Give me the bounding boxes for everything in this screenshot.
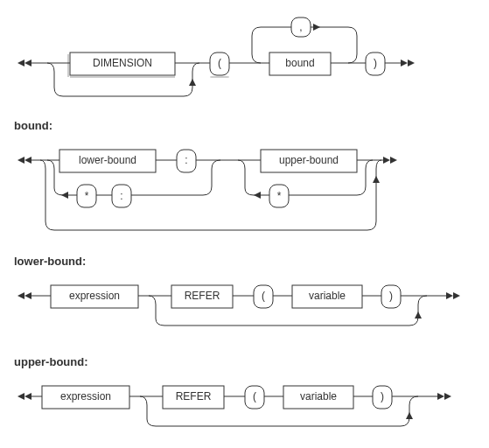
svg-text:variable: variable: [300, 390, 337, 402]
svg-text:*: *: [277, 190, 282, 202]
svg-marker-53: [24, 393, 31, 400]
svg-text:): ): [389, 290, 393, 302]
start-arrow: [17, 60, 24, 66]
svg-text:bound: bound: [285, 57, 314, 69]
svg-marker-49: [446, 292, 453, 299]
comma-label: ,: [299, 21, 302, 33]
svg-marker-18: [24, 157, 31, 164]
svg-marker-50: [453, 292, 460, 299]
svg-marker-28: [390, 157, 397, 164]
bound-heading: bound:: [14, 119, 480, 132]
bound-label: bound: [285, 57, 314, 69]
upper-bound-diagram: expression REFER ( variable ): [9, 372, 480, 442]
svg-text:,: ,: [299, 21, 302, 33]
svg-rect-2: [70, 76, 175, 78]
end-arrow: [401, 60, 408, 66]
svg-text:): ): [381, 390, 384, 402]
svg-text:): ): [374, 57, 377, 69]
svg-marker-67: [406, 412, 413, 419]
svg-rect-6: [210, 76, 229, 78]
svg-rect-1: [67, 54, 69, 77]
open-paren-label: (: [218, 57, 221, 69]
svg-text:lower-bound: lower-bound: [79, 154, 136, 166]
svg-marker-52: [17, 393, 24, 400]
svg-marker-13: [313, 24, 320, 31]
svg-text:REFER: REFER: [185, 290, 220, 302]
upper-bound-heading: upper-bound:: [14, 355, 480, 368]
svg-marker-66: [444, 393, 451, 400]
end-arrow2: [408, 60, 415, 66]
svg-marker-17: [17, 157, 24, 164]
bound-diagram: lower-bound : upper-bound * : *: [9, 136, 480, 241]
svg-marker-32: [61, 192, 68, 199]
svg-text:expression: expression: [69, 290, 120, 302]
svg-text:(: (: [218, 57, 221, 69]
svg-marker-27: [383, 157, 390, 164]
svg-marker-65: [437, 393, 444, 400]
svg-text:upper-bound: upper-bound: [279, 154, 339, 166]
svg-text:expression: expression: [60, 390, 111, 402]
svg-text:REFER: REFER: [176, 390, 212, 402]
svg-text:DIMENSION: DIMENSION: [93, 57, 152, 69]
lower-bound-diagram: expression REFER ( variable ): [9, 271, 480, 341]
svg-marker-34: [254, 192, 261, 199]
close-paren-label: ): [374, 57, 377, 69]
start-arrow2: [24, 60, 31, 66]
svg-text:*: *: [85, 190, 89, 202]
svg-text:(: (: [262, 290, 265, 302]
svg-marker-51: [415, 312, 422, 318]
lower-bound-heading: lower-bound:: [14, 255, 480, 268]
dimension-label: DIMENSION: [93, 57, 152, 69]
svg-marker-35: [373, 176, 380, 183]
dimension-diagram: DIMENSION ( bound , ): [9, 9, 480, 105]
svg-text:variable: variable: [309, 290, 346, 302]
svg-text::: :: [120, 190, 122, 202]
svg-text:(: (: [253, 390, 256, 402]
svg-marker-16: [189, 79, 196, 86]
svg-text::: :: [185, 154, 187, 166]
svg-marker-36: [17, 292, 24, 299]
svg-marker-37: [24, 292, 31, 299]
